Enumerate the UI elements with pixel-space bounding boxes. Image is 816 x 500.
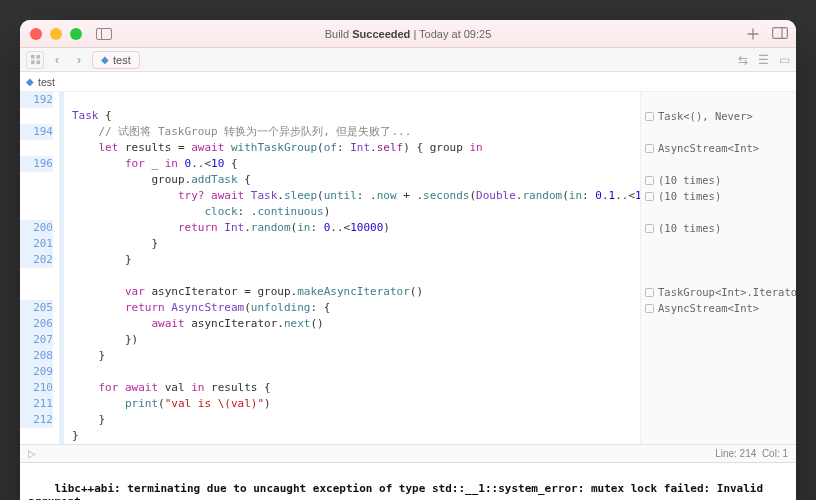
annotation-row: (10 times)	[641, 220, 796, 236]
annotation-text: TaskGroup<Int>.Iterator	[658, 284, 796, 300]
code-line[interactable]: group.addTask {	[72, 172, 634, 188]
annotation-row	[641, 316, 796, 332]
status-line: Line: 214	[715, 448, 756, 459]
status-bar: ▷ Line: 214 Col: 1	[20, 444, 796, 462]
editor-split-icon[interactable]: ▭	[779, 53, 790, 67]
code-line[interactable]: }	[72, 348, 634, 364]
annotation-box-icon	[645, 192, 654, 201]
line-number[interactable]: 207	[20, 332, 53, 348]
code-line[interactable]: try? await Task.sleep(until: .now + .sec…	[72, 188, 634, 204]
line-number[interactable]: 200	[20, 220, 53, 236]
annotation-row	[641, 92, 796, 108]
line-number[interactable]	[20, 284, 53, 300]
annotation-row	[641, 412, 796, 428]
code-line[interactable]: var asyncIterator = group.makeAsyncItera…	[72, 284, 634, 300]
code-line[interactable]: for await val in results {	[72, 380, 634, 396]
zoom-window-button[interactable]	[70, 28, 82, 40]
svg-rect-4	[30, 60, 34, 64]
annotation-row	[641, 380, 796, 396]
line-number[interactable]: 192	[20, 92, 53, 108]
code-line[interactable]: for _ in 0..<10 {	[72, 156, 634, 172]
line-number[interactable]: 208	[20, 348, 53, 364]
nav-back-button[interactable]: ‹	[48, 51, 66, 69]
swift-file-icon: ◆	[26, 76, 34, 87]
code-line[interactable]: }	[72, 236, 634, 252]
line-number[interactable]	[20, 204, 53, 220]
window-title: Build Succeeded | Today at 09:25	[20, 28, 796, 40]
file-tab-row: ◆ test	[20, 72, 796, 92]
code-editor[interactable]: Task { // 试图将 TaskGroup 转换为一个异步队列, 但是失败了…	[64, 92, 640, 444]
line-gutter[interactable]: 1921941962002012022052062072082092102112…	[20, 92, 60, 444]
line-number[interactable]	[20, 108, 53, 124]
line-number[interactable]: 202	[20, 252, 53, 268]
disclosure-icon[interactable]: ▷	[28, 448, 36, 459]
line-number[interactable]: 212	[20, 412, 53, 428]
annotation-row	[641, 204, 796, 220]
line-number[interactable]: 206	[20, 316, 53, 332]
annotation-text: (10 times)	[658, 172, 721, 188]
line-number[interactable]: 201	[20, 236, 53, 252]
code-line[interactable]: // 试图将 TaskGroup 转换为一个异步队列, 但是失败了...	[72, 124, 634, 140]
annotation-text: AsyncStream<Int>	[658, 140, 759, 156]
minimize-window-button[interactable]	[50, 28, 62, 40]
svg-rect-0	[773, 27, 788, 38]
annotation-box-icon	[645, 144, 654, 153]
panels-icon[interactable]	[772, 27, 786, 41]
code-line[interactable]: Task {	[72, 108, 634, 124]
code-line[interactable]: let results = await withTaskGroup(of: In…	[72, 140, 634, 156]
add-tab-icon[interactable]	[746, 27, 760, 41]
status-col: Col: 1	[762, 448, 788, 459]
line-number[interactable]	[20, 188, 53, 204]
console-text: libc++abi: terminating due to uncaught e…	[28, 482, 770, 500]
console-output[interactable]: libc++abi: terminating due to uncaught e…	[20, 462, 796, 500]
code-line[interactable]: print("val is \(val)")	[72, 396, 634, 412]
annotation-row: TaskGroup<Int>.Iterator	[641, 284, 796, 300]
title-status: Succeeded	[352, 28, 410, 40]
line-number[interactable]	[20, 268, 53, 284]
annotation-row: AsyncStream<Int>	[641, 300, 796, 316]
editor-resize-icon[interactable]: ⇆	[738, 53, 748, 67]
line-number[interactable]	[20, 140, 53, 156]
annotation-row: Task<(), Never>	[641, 108, 796, 124]
annotation-row: AsyncStream<Int>	[641, 140, 796, 156]
code-line[interactable]	[72, 364, 634, 380]
line-number[interactable]: 209	[20, 364, 53, 380]
code-line[interactable]: await asyncIterator.next()	[72, 316, 634, 332]
svg-rect-2	[30, 55, 34, 59]
swift-file-icon: ◆	[101, 54, 109, 65]
code-line[interactable]: }	[72, 412, 634, 428]
jump-bar-file[interactable]: ◆ test	[92, 51, 140, 69]
annotation-row	[641, 268, 796, 284]
editor-options: ⇆ ☰ ▭	[738, 53, 790, 67]
file-tab-name[interactable]: test	[38, 76, 55, 88]
related-items-button[interactable]	[26, 51, 44, 69]
editor-area: 1921941962002012022052062072082092102112…	[20, 92, 796, 444]
code-line[interactable]	[72, 92, 634, 108]
line-number[interactable]: 205	[20, 300, 53, 316]
line-number[interactable]	[20, 172, 53, 188]
code-line[interactable]: return AsyncStream(unfolding: {	[72, 300, 634, 316]
annotation-box-icon	[645, 224, 654, 233]
nav-forward-button[interactable]: ›	[70, 51, 88, 69]
code-line[interactable]	[72, 268, 634, 284]
annotations-column: Task<(), Never>AsyncStream<Int>(10 times…	[640, 92, 796, 444]
jump-bar-filename: test	[113, 54, 131, 66]
sidebar-toggle-icon[interactable]	[96, 28, 112, 40]
annotation-row	[641, 348, 796, 364]
line-number[interactable]: 194	[20, 124, 53, 140]
code-line[interactable]: }	[72, 252, 634, 268]
close-window-button[interactable]	[30, 28, 42, 40]
code-line[interactable]: }	[72, 428, 634, 444]
line-number[interactable]: 211	[20, 396, 53, 412]
line-number[interactable]: 210	[20, 380, 53, 396]
editor-layout-icon[interactable]: ☰	[758, 53, 769, 67]
code-line[interactable]: return Int.random(in: 0..<10000)	[72, 220, 634, 236]
annotation-text: Task<(), Never>	[658, 108, 753, 124]
code-line[interactable]: clock: .continuous)	[72, 204, 634, 220]
titlebar: Build Succeeded | Today at 09:25	[20, 20, 796, 48]
line-number[interactable]: 196	[20, 156, 53, 172]
title-suffix: | Today at 09:25	[410, 28, 491, 40]
titlebar-right	[746, 27, 786, 41]
annotation-box-icon	[645, 304, 654, 313]
code-line[interactable]: })	[72, 332, 634, 348]
